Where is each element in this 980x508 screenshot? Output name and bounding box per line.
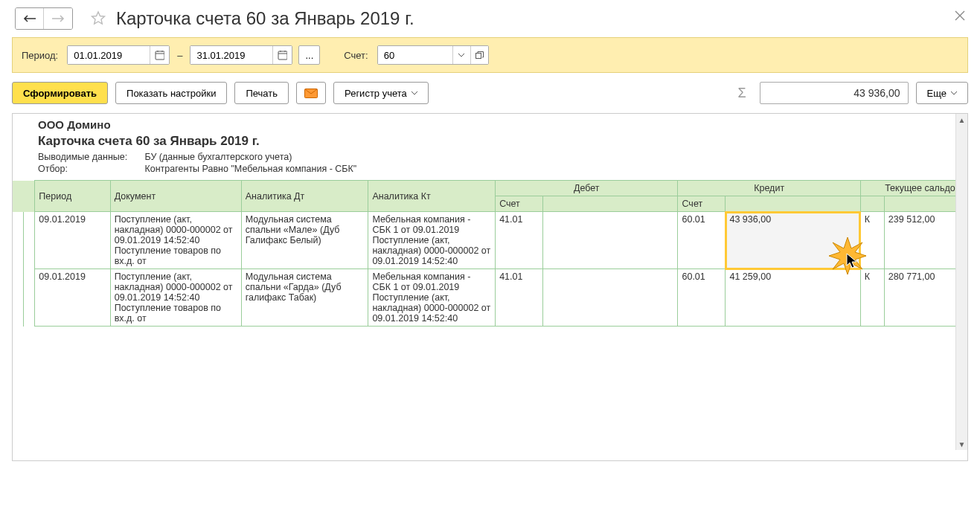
sum-display: 43 936,00 bbox=[760, 82, 909, 104]
table-row[interactable]: 09.01.2019Поступление (акт, накладная) 0… bbox=[13, 212, 967, 269]
cell-balance-dc: К bbox=[860, 269, 884, 327]
svg-rect-1 bbox=[278, 51, 287, 60]
calendar-icon bbox=[278, 50, 287, 60]
favorite-star[interactable] bbox=[88, 8, 109, 29]
cell-debit-acct: 41.01 bbox=[496, 269, 543, 327]
nav-buttons bbox=[15, 7, 73, 30]
report-area: ООО Домино Карточка счета 60 за Январь 2… bbox=[12, 113, 968, 461]
period-bar: Период: – ... Счет: bbox=[12, 37, 968, 73]
cell-credit-acct: 60.01 bbox=[678, 269, 726, 327]
period-label: Период: bbox=[22, 50, 58, 61]
chevron-down-icon bbox=[951, 91, 957, 95]
col-debit-account: Счет bbox=[496, 196, 543, 212]
star-icon bbox=[90, 10, 106, 27]
col-period: Период bbox=[35, 181, 110, 212]
cell-analytics-kt: Мебельная компания - СБК 1 от 09.01.2019… bbox=[368, 269, 496, 327]
account-input[interactable] bbox=[378, 46, 452, 64]
registry-button[interactable]: Регистр учета bbox=[333, 82, 429, 104]
period-select-button[interactable]: ... bbox=[298, 45, 320, 65]
nav-forward-button[interactable] bbox=[44, 8, 72, 29]
svg-rect-0 bbox=[156, 51, 164, 60]
table-row[interactable]: 09.01.2019Поступление (акт, накладная) 0… bbox=[13, 269, 967, 327]
calendar-icon bbox=[155, 50, 164, 60]
period-dash: – bbox=[176, 50, 184, 61]
period-to-input[interactable] bbox=[190, 46, 272, 64]
filter-value: Контрагенты Равно "Мебельная компания - … bbox=[144, 164, 356, 174]
page-title: Карточка счета 60 за Январь 2019 г. bbox=[116, 8, 414, 29]
col-analytics-kt: Аналитика Кт bbox=[368, 181, 496, 212]
cell-analytics-dt: Модульная система спальни «Гарда» (Дуб г… bbox=[241, 269, 368, 327]
cell-period: 09.01.2019 bbox=[35, 269, 110, 327]
report-title: Карточка счета 60 за Январь 2019 г. bbox=[38, 134, 967, 149]
cell-debit-acct: 41.01 bbox=[496, 212, 543, 269]
cell-credit-sum: 43 936,00 bbox=[726, 212, 860, 269]
generate-button[interactable]: Сформировать bbox=[12, 82, 108, 104]
cell-document: Поступление (акт, накладная) 0000-000002… bbox=[110, 212, 241, 269]
chevron-down-icon bbox=[411, 91, 417, 95]
period-to-calendar-button[interactable] bbox=[272, 46, 292, 64]
account-open-button[interactable] bbox=[470, 46, 488, 64]
col-debit: Дебет bbox=[496, 181, 678, 196]
sigma-icon: Σ bbox=[731, 86, 752, 101]
registry-label: Регистр учета bbox=[345, 88, 407, 99]
print-button[interactable]: Печать bbox=[234, 82, 289, 104]
org-name: ООО Домино bbox=[38, 118, 967, 131]
show-settings-button[interactable]: Показать настройки bbox=[115, 82, 227, 104]
cell-credit-sum: 41 259,00 bbox=[726, 269, 860, 327]
period-to-wrapper bbox=[190, 45, 292, 65]
filter-label: Отбор: bbox=[38, 164, 142, 174]
svg-rect-2 bbox=[475, 53, 481, 58]
more-label: Еще bbox=[927, 88, 947, 99]
account-wrapper bbox=[377, 45, 489, 65]
cell-credit-acct: 60.01 bbox=[678, 212, 726, 269]
arrow-left-icon bbox=[23, 14, 36, 23]
email-icon bbox=[304, 89, 318, 98]
data-value: БУ (данные бухгалтерского учета) bbox=[144, 152, 292, 162]
account-label: Счет: bbox=[344, 50, 368, 61]
cell-period: 09.01.2019 bbox=[35, 212, 110, 269]
account-dropdown-button[interactable] bbox=[452, 46, 470, 64]
toolbar: Сформировать Показать настройки Печать Р… bbox=[0, 73, 980, 113]
close-icon bbox=[955, 10, 965, 21]
period-from-input[interactable] bbox=[68, 46, 150, 64]
period-from-wrapper bbox=[67, 45, 170, 65]
col-analytics-dt: Аналитика Дт bbox=[241, 181, 368, 212]
cell-analytics-dt: Модульная система спальни «Мале» (Дуб Га… bbox=[241, 212, 368, 269]
email-button[interactable] bbox=[296, 82, 326, 104]
col-credit-account: Счет bbox=[678, 196, 726, 212]
col-credit: Кредит bbox=[678, 181, 860, 196]
data-label: Выводимые данные: bbox=[38, 152, 142, 162]
nav-back-button[interactable] bbox=[16, 8, 44, 29]
close-button[interactable] bbox=[955, 9, 965, 25]
scroll-down-icon[interactable]: ▼ bbox=[956, 438, 967, 450]
cell-document: Поступление (акт, накладная) 0000-000002… bbox=[110, 269, 241, 327]
vertical-scrollbar[interactable]: ▲ ▼ bbox=[955, 114, 967, 450]
cell-analytics-kt: Мебельная компания - СБК 1 от 09.01.2019… bbox=[368, 212, 496, 269]
scroll-up-icon[interactable]: ▲ bbox=[956, 114, 967, 126]
period-from-calendar-button[interactable] bbox=[150, 46, 169, 64]
report-table: Период Документ Аналитика Дт Аналитика К… bbox=[13, 180, 967, 327]
arrow-right-icon bbox=[51, 14, 65, 23]
chevron-down-icon bbox=[458, 54, 464, 57]
more-button[interactable]: Еще bbox=[916, 82, 968, 104]
cursor-icon bbox=[845, 252, 860, 270]
cell-debit-sum bbox=[543, 269, 678, 327]
cell-debit-sum bbox=[543, 212, 678, 269]
col-document: Документ bbox=[110, 181, 241, 212]
report-scroll[interactable]: ООО Домино Карточка счета 60 за Январь 2… bbox=[13, 114, 967, 460]
col-balance: Текущее сальдо bbox=[860, 181, 967, 196]
open-icon bbox=[475, 51, 484, 60]
